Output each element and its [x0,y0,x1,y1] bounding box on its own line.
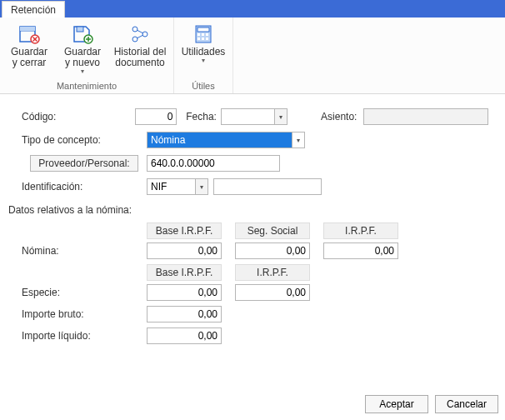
col-seg-social: Seg. Social [235,222,310,239]
cancel-button[interactable]: Cancelar [435,395,498,413]
liquido-input[interactable] [147,328,222,344]
ribbon: Guardar y cerrar Guardar y nuevo ▾ Histo… [0,18,505,94]
svg-rect-21 [202,38,204,40]
row-liquido-label: Importe líquido: [22,330,147,342]
svg-rect-22 [206,38,208,40]
nomina-ss-input[interactable] [235,242,310,259]
row-bruto-label: Importe bruto: [22,308,147,320]
svg-line-13 [137,30,143,33]
bruto-input[interactable] [147,306,222,322]
especie-base-input[interactable] [147,284,222,301]
svg-point-10 [132,27,138,32]
chevron-down-icon[interactable]: ▾ [292,132,305,148]
col-irpf: I.R.P.F. [323,222,398,239]
footer-buttons: Aceptar Cancelar [365,395,498,413]
svg-rect-16 [198,28,209,32]
window-tab[interactable]: Retención [2,1,65,18]
col-base-irpf: Base I.R.P.F. [147,222,222,239]
tipo-input[interactable] [147,132,292,148]
chevron-down-icon: ▾ [81,68,84,75]
col-base-irpf: Base I.R.P.F. [147,264,222,281]
ribbon-group-maintenance: Mantenimiento [0,81,173,93]
nomina-base-input[interactable] [147,242,222,259]
svg-rect-20 [198,38,200,40]
especie-irpf-input[interactable] [235,284,310,301]
save-new-icon [72,22,93,46]
title-bar: Retención [0,0,505,18]
proveedor-button[interactable]: Proveedor/Personal: [30,155,138,172]
utilities-button[interactable]: Utilidades ▾ [179,21,228,64]
history-icon [129,22,151,46]
svg-line-14 [137,35,143,38]
ident-select[interactable]: ▾ [147,178,208,195]
calculator-icon [194,22,212,46]
codigo-input[interactable] [135,108,177,125]
proveedor-input[interactable] [147,155,280,172]
form-area: Código: Fecha: ▾ Asiento: Tipo de concep… [0,94,505,344]
row-especie-label: Especie: [22,287,147,298]
fecha-field[interactable]: ▾ [221,108,288,125]
row-nomina-label: Nómina: [22,245,147,257]
fecha-input[interactable] [221,108,274,125]
svg-point-12 [142,32,148,37]
ident-label: Identificación: [22,181,147,192]
svg-rect-2 [20,27,35,31]
doc-history-button[interactable]: Historial del documento [112,21,168,68]
ribbon-group-utils: Útiles [174,81,232,93]
asiento-label: Asiento: [321,111,363,122]
svg-rect-18 [202,33,204,36]
ident-value-input[interactable] [213,178,322,195]
svg-rect-6 [77,27,83,32]
tipo-label: Tipo de concepto: [22,134,147,146]
asiento-input[interactable] [363,108,488,125]
nomina-irpf-input[interactable] [323,242,398,259]
fecha-label: Fecha: [186,111,221,122]
nomina-section-title: Datos relativos a la nómina: [8,204,488,216]
svg-point-11 [132,37,138,42]
save-close-icon [18,22,40,46]
chevron-down-icon[interactable]: ▾ [274,108,288,125]
chevron-down-icon: ▾ [202,58,205,64]
codigo-label: Código: [22,111,135,122]
svg-rect-19 [206,33,208,36]
svg-rect-17 [198,33,200,36]
ok-button[interactable]: Aceptar [365,395,428,413]
tipo-select[interactable]: ▾ [147,132,305,148]
ident-type-input[interactable] [147,178,195,195]
col-irpf: I.R.P.F. [235,264,310,281]
chevron-down-icon[interactable]: ▾ [195,178,208,195]
